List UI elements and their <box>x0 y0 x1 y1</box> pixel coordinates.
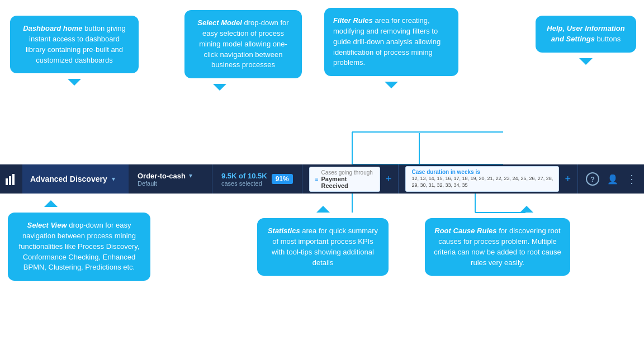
statistics-bold: Statistics <box>268 227 300 235</box>
select-view-bubble-text: Select View drop-down for easy navigatio… <box>19 221 140 271</box>
model-name: Order-to-cash <box>138 172 186 180</box>
root-cause-bold: Root Cause Rules <box>434 227 496 235</box>
filter-rules-bold: Filter Rules <box>333 16 373 25</box>
filter2-area: Case duration in weeks is 12, 13, 14, 15… <box>399 164 578 194</box>
dashboard-bubble: Dashboard home button giving instant acc… <box>10 16 139 73</box>
filter2-values: 12, 13, 14, 15, 16, 17, 18, 19, 20, 21, … <box>411 176 553 188</box>
root-cause-bubble-text: Root Cause Rules for discovering root ca… <box>434 227 561 267</box>
help-rest: buttons <box>595 35 621 43</box>
logo-area <box>0 164 22 194</box>
dashboard-bubble-text: Dashboard home button giving instant acc… <box>23 24 126 64</box>
help-bubble-text: Help, User Information and Settings butt… <box>547 24 624 43</box>
filter1-icon: ≡ <box>315 176 319 182</box>
filter1-label: Cases going through <box>321 169 374 176</box>
select-view-bold: Select View <box>27 221 67 229</box>
model-sub: Default <box>138 180 203 187</box>
cases-label: cases selected <box>221 180 267 187</box>
select-view-bubble: Select View drop-down for easy navigatio… <box>8 213 150 281</box>
svg-rect-9 <box>6 178 8 185</box>
model-dropdown-icon: ▾ <box>189 172 192 180</box>
main-toolbar: Advanced Discovery ▾ Order-to-cash ▾ Def… <box>0 164 644 194</box>
filter2-title: Case duration in weeks is <box>411 169 553 175</box>
model-selector[interactable]: Order-to-cash ▾ Default <box>129 164 212 194</box>
filter-rules-bubble-text: Filter Rules area for creating, modifyin… <box>333 16 441 67</box>
filter2-tag[interactable]: Case duration in weeks is 12, 13, 14, 15… <box>405 166 559 191</box>
statistics-bubble: Statistics area for quick summary of mos… <box>257 218 389 276</box>
select-model-bubble: Select Model drop-down for easy selectio… <box>184 10 302 78</box>
filter1-tag[interactable]: ≡ Cases going through Payment Received <box>309 167 380 192</box>
dashboard-bold: Dashboard home <box>23 24 82 32</box>
more-button[interactable]: ⋮ <box>626 172 636 186</box>
select-model-bold: Select Model <box>197 18 242 27</box>
statistics-bubble-text: Statistics area for quick summary of mos… <box>268 227 378 267</box>
filter2-add-button[interactable]: + <box>565 173 571 185</box>
svg-rect-10 <box>9 176 11 185</box>
brand-selector[interactable]: Advanced Discovery ▾ <box>22 164 129 194</box>
user-button[interactable]: 👤 <box>607 174 618 185</box>
help-button[interactable]: ? <box>586 172 599 186</box>
cases-count: 9.5K of 10.5K <box>221 172 267 180</box>
filter1-add-button[interactable]: + <box>386 173 392 185</box>
stats-area: 9.5K of 10.5K cases selected 91% <box>212 164 302 194</box>
filter1-area: ≡ Cases going through Payment Received + <box>302 164 399 194</box>
bar-chart-icon <box>5 173 17 185</box>
brand-name: Advanced Discovery <box>30 174 107 183</box>
root-cause-bubble: Root Cause Rules for discovering root ca… <box>425 218 570 276</box>
select-model-bubble-text: Select Model drop-down for easy selectio… <box>197 18 288 69</box>
filter1-value: Payment Received <box>321 176 374 189</box>
filter-rules-bubble: Filter Rules area for creating, modifyin… <box>324 8 458 76</box>
svg-rect-11 <box>12 174 15 185</box>
percentage-badge: 91% <box>272 174 293 184</box>
help-bubble: Help, User Information and Settings butt… <box>536 16 636 53</box>
brand-dropdown-icon: ▾ <box>112 175 115 183</box>
toolbar-actions: ? 👤 ⋮ <box>578 164 644 194</box>
